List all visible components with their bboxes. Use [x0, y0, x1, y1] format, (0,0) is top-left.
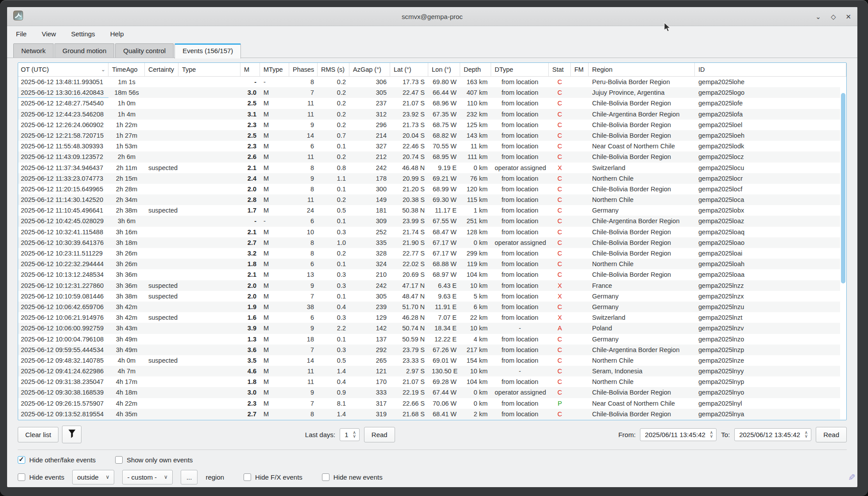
table-row[interactable]: 2025-06-12 11:33:23.0747732h 15m2.4M91.1… [18, 173, 840, 184]
tab-network[interactable]: Network [13, 43, 54, 58]
hide-other-fake-checkbox[interactable]: Hide other/fake events [18, 456, 96, 464]
column-header-phases[interactable]: Phases [289, 63, 318, 76]
spin-down-icon[interactable]: ∨ [353, 434, 356, 438]
table-row[interactable]: 2025-06-12 11:10:45.4966412h 38msuspecte… [18, 205, 840, 216]
table-row[interactable]: 2025-06-12 11:20:15.6499652h 28m2.0M80.1… [18, 184, 840, 194]
table-row[interactable]: 2025-06-12 10:32:41.1154883h 16m2.1M100.… [18, 227, 840, 237]
scrollbar-thumb[interactable] [841, 93, 845, 283]
menu-item-settings[interactable]: Settings [71, 30, 95, 38]
tab-quality-control[interactable]: Quality control [115, 43, 174, 58]
show-only-own-checkbox[interactable]: Show only own events [115, 456, 193, 464]
table-row[interactable]: 2025-06-12 09:26:15.5759074h 22m2.3M78.1… [18, 398, 840, 409]
table-row[interactable]: 2025-06-12 12:44:23.5462081h 4m3.1M110.2… [18, 109, 840, 120]
table-row[interactable]: 2025-06-12 11:14:30.1425202h 34m2.8M110.… [18, 194, 840, 205]
menu-item-file[interactable]: File [16, 30, 27, 38]
minimize-button[interactable]: ⌄ [815, 13, 821, 20]
checkbox-icon[interactable] [244, 473, 251, 481]
filter-button[interactable] [62, 426, 81, 443]
clear-list-button[interactable]: Clear list [18, 427, 58, 442]
cell-type [178, 237, 240, 248]
hide-fx-checkbox[interactable]: Hide F/X events [244, 473, 302, 481]
table-row[interactable]: 2025-06-12 09:48:32.1407854h 0msuspected… [18, 355, 840, 366]
column-header-certainty[interactable]: Certainty [145, 63, 178, 76]
column-header-id[interactable]: ID [695, 63, 846, 76]
table-row[interactable]: 2025-06-12 10:30:39.6413763h 18m2.7M81.0… [18, 237, 840, 248]
table-row[interactable]: 2025-06-12 10:06:21.9149763h 42msuspecte… [18, 312, 840, 323]
maximize-button[interactable]: ◇ [831, 13, 836, 20]
custom-region-dropdown[interactable]: - custom - ∨ [122, 470, 172, 484]
spin-down-icon[interactable]: ∨ [805, 434, 808, 438]
table-row[interactable]: 2025-06-12 10:06:42.6597063h 42m1.9M380.… [18, 302, 840, 312]
table-row[interactable]: 2025-06-12 11:43:09.1235722h 6m2.6M110.2… [18, 151, 840, 162]
table-row[interactable]: 2025-06-12 09:41:24.6229864h 7m4.6M111.4… [18, 366, 840, 376]
close-button[interactable]: ✕ [845, 13, 851, 20]
read-last-days-button[interactable]: Read [364, 427, 395, 442]
table-row[interactable]: 2025-06-12 13:48:11.9930511m 1s--80.2306… [18, 77, 840, 87]
table-row[interactable]: 2025-06-12 10:42:45.0280293h 6m--60.1309… [18, 216, 840, 226]
spin-arrows[interactable]: ∧ ∨ [710, 431, 713, 438]
table-row[interactable]: 2025-06-12 11:55:48.3093931h 53m2.3M60.1… [18, 141, 840, 151]
spin-arrows[interactable]: ∧ ∨ [353, 431, 356, 438]
table-row[interactable]: 2025-06-12 09:13:52.8195544h 35m2.7M81.4… [18, 409, 840, 419]
column-header-mtype[interactable]: MType [260, 63, 289, 76]
column-header-depth[interactable]: Depth [460, 63, 491, 76]
column-header-fm[interactable]: FM [571, 63, 589, 76]
checkbox-icon[interactable] [115, 456, 123, 464]
table-row[interactable]: 2025-06-12 13:30:16.42084318m 56s3.0M70.… [18, 87, 840, 98]
checkbox-icon[interactable] [18, 473, 25, 481]
last-days-spinbox[interactable]: 1 ∧ ∨ [340, 428, 360, 441]
column-header-region[interactable]: Region [589, 63, 695, 76]
column-header-label: OT (UTC) [21, 66, 49, 73]
checkbox-icon[interactable] [322, 473, 329, 481]
cell-time_ago: 4h 18m [108, 387, 145, 398]
table-row[interactable]: 2025-06-12 09:59:55.4445343h 49m3.6M70.3… [18, 345, 840, 355]
column-header-rms[interactable]: RMS (s) [318, 63, 349, 76]
table-row[interactable]: 2025-06-12 10:12:31.2278603h 36msuspecte… [18, 280, 840, 291]
column-header-m[interactable]: M [240, 63, 260, 76]
column-header-lon[interactable]: Lon (°) [428, 63, 460, 76]
column-header-ot[interactable]: OT (UTC)⌄ [18, 63, 108, 76]
tab-ground-motion[interactable]: Ground motion [54, 43, 114, 58]
spin-down-icon[interactable]: ∨ [710, 434, 713, 438]
column-header-time_ago[interactable]: TimeAgo [108, 63, 145, 76]
table-row[interactable]: 2025-06-12 10:22:32.2944443h 26m1.8M60.1… [18, 259, 840, 269]
table-row[interactable]: 2025-06-12 12:26:24.0609021h 22m2.3M90.2… [18, 120, 840, 130]
region-more-button[interactable]: ... [181, 470, 198, 484]
from-datetime-spinbox[interactable]: 2025/06/11 13:45:42 ∧ ∨ [640, 428, 717, 441]
cell-region: Germany [589, 205, 695, 216]
cell-rms: 0.1 [318, 141, 349, 151]
cell-lat: 2.97 S [390, 366, 428, 376]
table-row[interactable]: 2025-06-12 10:13:12.2485343h 36m2.1M130.… [18, 269, 840, 280]
cell-time_ago: 3h 18m [108, 237, 145, 248]
table-row[interactable]: 2025-06-12 11:37:34.9464372h 11msuspecte… [18, 163, 840, 173]
table-row[interactable]: 2025-06-12 10:00:04.7961083h 49m1.3M180.… [18, 334, 840, 345]
column-header-dtype[interactable]: DType [491, 63, 549, 76]
column-header-type[interactable]: Type [178, 63, 240, 76]
table-row[interactable]: 2025-06-12 10:10:59.0814463h 38msuspecte… [18, 291, 840, 302]
cell-m: 2.1 [240, 269, 260, 280]
menu-item-view[interactable]: View [42, 30, 56, 38]
outside-dropdown[interactable]: outside ∨ [72, 470, 114, 484]
hide-events-checkbox[interactable]: Hide events [18, 473, 64, 481]
cell-ot: 2025-06-12 13:30:16.420843 [18, 87, 108, 98]
tab-events-156-157[interactable]: Events (156/157) [174, 43, 241, 58]
table-row[interactable]: 2025-06-12 12:48:27.7545401h 0m2.5M110.2… [18, 98, 840, 108]
read-range-button[interactable]: Read [816, 427, 847, 442]
title-bar[interactable]: scmvx@gempa-proc ⌄ ◇ ✕ [7, 7, 857, 26]
table-row[interactable]: 2025-06-12 09:30:38.1685394h 18m3.0M90.9… [18, 387, 840, 398]
column-header-stat[interactable]: Stat [549, 63, 571, 76]
vertical-scrollbar[interactable] [841, 90, 845, 419]
column-header-lat[interactable]: Lat (°) [390, 63, 428, 76]
spin-arrows[interactable]: ∧ ∨ [805, 431, 808, 438]
checkbox-checked-icon[interactable] [18, 456, 25, 464]
table-row[interactable]: 2025-06-12 12:21:58.7207151h 27m2.5M140.… [18, 130, 840, 141]
column-header-azgap[interactable]: AzGap (°) [349, 63, 390, 76]
table-body: 2025-06-12 13:48:11.9930511m 1s--80.2306… [18, 77, 846, 420]
table-row[interactable]: 2025-06-12 10:06:00.9927593h 43m3.9M92.2… [18, 323, 840, 333]
to-datetime-spinbox[interactable]: 2025/06/12 13:45:42 ∧ ∨ [734, 428, 811, 441]
table-row[interactable]: 2025-06-12 10:23:11.5112293h 26m3.2M80.2… [18, 248, 840, 259]
hide-new-checkbox[interactable]: Hide new events [322, 473, 383, 481]
menu-item-help[interactable]: Help [110, 30, 124, 38]
cell-azgap: 296 [349, 120, 390, 130]
table-row[interactable]: 2025-06-12 09:31:38.2350474h 17m1.8M110.… [18, 376, 840, 387]
